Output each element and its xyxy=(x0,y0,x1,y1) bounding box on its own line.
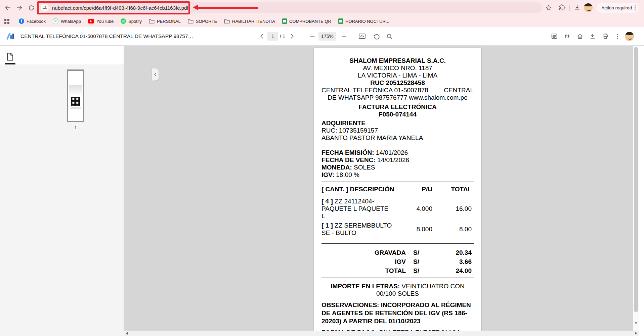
zoom-level-input[interactable]: 175% xyxy=(318,32,336,41)
document-number: F050-074144 xyxy=(379,111,417,118)
extensions-icon xyxy=(559,4,565,11)
total-row-total: TOTAL S/ 24.00 xyxy=(321,266,474,275)
horizontal-scrollbar[interactable] xyxy=(124,331,639,336)
emission-date-row: FECHA EMISIÓN: 14/01/2026 xyxy=(321,149,474,156)
extensions-button[interactable] xyxy=(559,4,565,11)
previous-page-button[interactable] xyxy=(258,32,266,40)
annotation-button[interactable] xyxy=(550,32,558,40)
search-button[interactable] xyxy=(385,32,393,40)
scrollbar-thumb[interactable] xyxy=(634,47,638,312)
invoice-header: SHALOM EMPRESARIAL S.A.C. AV. MEXICO NRO… xyxy=(321,57,474,87)
chevron-left-icon xyxy=(259,33,265,40)
pdf-viewport[interactable]: SHALOM EMPRESARIAL S.A.C. AV. MEXICO NRO… xyxy=(124,46,644,336)
zoom-in-button[interactable] xyxy=(340,32,348,40)
profile-avatar[interactable] xyxy=(625,32,634,41)
more-options-button[interactable] xyxy=(614,32,620,40)
downloads-button[interactable] xyxy=(574,4,581,11)
back-icon xyxy=(4,4,11,11)
bookmark-comprobante-qr[interactable]: COMPROBANTE QR xyxy=(282,18,331,24)
pdf-sidebar: 1 xyxy=(0,46,124,336)
bookmark-folder-personal[interactable]: PERSONAL xyxy=(149,19,181,24)
chevron-right-icon xyxy=(289,33,295,40)
items-table-header: [ CANT. ] DESCRIPCIÓN P/U TOTAL xyxy=(321,186,474,193)
spotify-icon xyxy=(121,18,126,24)
thumbnail-page-number: 1 xyxy=(67,125,84,130)
forward-button[interactable] xyxy=(16,4,23,11)
home-button[interactable] xyxy=(576,32,584,40)
scroll-right-arrow-icon[interactable] xyxy=(635,332,637,335)
bookmark-folder-habilitar-tiendita[interactable]: HABILITAR TIENDITA xyxy=(224,19,275,24)
toolbar-separator xyxy=(303,32,303,40)
collapse-sidebar-button[interactable] xyxy=(152,68,159,81)
divider xyxy=(321,278,474,278)
table-row: [ 1 ] ZZ SEREMBBULTO SE - BULTO 8.000 8.… xyxy=(321,222,474,237)
download-pdf-button[interactable] xyxy=(589,32,597,40)
observations: OBSERVACIONES: INCORPORADO AL RÉGIMEN DE… xyxy=(321,301,474,325)
totals-block: GRAVADA S/ 20.34 IGV S/ 3.66 TOTAL S/ 24… xyxy=(321,248,474,275)
bookmark-youtube[interactable]: YouTube xyxy=(88,19,114,24)
next-page-button[interactable] xyxy=(288,32,296,40)
star-icon xyxy=(545,4,552,11)
search-icon xyxy=(386,33,393,40)
address-bar[interactable]: nubefact.com/cpe/d6a4ff9f-d403-4f68-9c6f… xyxy=(39,2,542,13)
company-name: SHALOM EMPRESARIAL S.A.C. xyxy=(349,57,446,64)
pdf-viewer-toolbar: CENTRAL TELEFÓNICA 01-5007878 CENTRAL DE… xyxy=(0,27,644,46)
pdf-action-buttons xyxy=(550,27,634,46)
zoom-out-button[interactable] xyxy=(308,32,316,40)
sidebar-tabstrip xyxy=(0,46,124,64)
page-count-label: / 1 xyxy=(280,34,285,39)
rotate-button[interactable] xyxy=(373,32,381,40)
buyer-extra: . xyxy=(321,142,474,149)
profile-avatar[interactable] xyxy=(584,3,593,12)
scroll-left-arrow-icon[interactable] xyxy=(126,332,128,335)
toolbar-right-controls: Action required xyxy=(545,0,639,15)
bookmarks-separator xyxy=(14,18,14,24)
page-thumbnail[interactable]: 1 xyxy=(67,69,84,130)
bookmark-star-button[interactable] xyxy=(545,4,552,11)
browser-toolbar: nubefact.com/cpe/d6a4ff9f-d403-4f68-9c6f… xyxy=(0,0,644,15)
side-panel-apps-button[interactable] xyxy=(4,18,10,24)
divider xyxy=(321,243,474,244)
company-contact: CENTRAL TELEFÓNICA 01-5007878 CENTRAL DE… xyxy=(321,87,474,101)
thumbnails-tab[interactable] xyxy=(5,49,15,64)
currency-row: MONEDA: SOLES xyxy=(321,164,474,171)
divider xyxy=(321,182,474,182)
youtube-icon xyxy=(88,19,94,23)
plus-icon xyxy=(341,33,347,40)
bookmark-facebook[interactable]: f Facebook xyxy=(19,18,46,24)
table-row: [ 4 ] ZZ 24112404- PAQUETE L PAQUETE L 4… xyxy=(321,198,474,220)
bookmark-horario-nocturno[interactable]: HORARIO NOCTUR... xyxy=(338,18,389,24)
url-text[interactable]: nubefact.com/cpe/d6a4ff9f-d403-4f68-9c6f… xyxy=(52,5,188,11)
whatsapp-icon: ✆ xyxy=(53,18,58,24)
more-vertical-icon[interactable] xyxy=(635,5,636,10)
forward-icon xyxy=(16,4,23,11)
page-thumbnail-image[interactable] xyxy=(67,69,84,122)
action-required-button[interactable]: Action required xyxy=(597,3,639,13)
print-icon xyxy=(602,33,609,40)
bookmark-spotify[interactable]: Spotify xyxy=(121,18,142,24)
buyer-and-dates-block: ADQUIRIENTE RUC: 10735159157 ABANTO PAST… xyxy=(321,119,474,179)
document-type-block: FACTURA ELECTRÓNICA F050-074144 xyxy=(321,103,474,118)
scroll-down-arrow-icon[interactable] xyxy=(635,322,637,324)
nav-buttons xyxy=(4,0,35,15)
igv-rate-row: IGV: 18.00 % xyxy=(321,171,474,179)
bookmark-folder-soporte[interactable]: SOPORTE xyxy=(188,19,217,24)
download-icon xyxy=(574,4,581,11)
buyer-ruc: RUC: 10735159157 xyxy=(321,127,474,134)
bookmark-whatsapp[interactable]: ✆ WhatsApp xyxy=(53,18,81,24)
print-button[interactable] xyxy=(601,32,609,40)
company-address-1: AV. MEXICO NRO. 1187 xyxy=(321,64,474,72)
total-row-gravada: GRAVADA S/ 20.34 xyxy=(321,248,474,257)
site-info-button[interactable] xyxy=(41,4,49,12)
window-scroll-gutter xyxy=(639,46,644,336)
page-number-input[interactable]: 1 xyxy=(267,32,278,41)
action-required-label: Action required xyxy=(601,5,632,10)
quote-button[interactable] xyxy=(563,32,571,40)
vertical-scrollbar[interactable] xyxy=(633,46,639,331)
reload-button[interactable] xyxy=(28,4,35,11)
due-date-row: FECHA DE VENC: 14/01/2026 xyxy=(321,156,474,164)
reload-icon xyxy=(28,5,35,11)
fit-width-button[interactable] xyxy=(358,32,367,40)
back-button[interactable] xyxy=(4,4,11,11)
rotate-icon xyxy=(373,33,380,40)
